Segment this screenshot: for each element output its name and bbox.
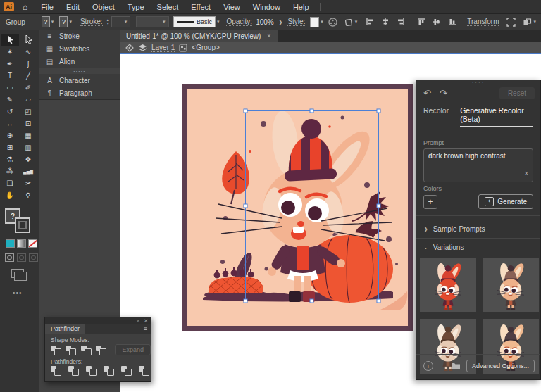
gradient-tool[interactable]: ▥ (19, 141, 37, 153)
brush-preview[interactable]: Basic (173, 16, 216, 27)
breadcrumb-group[interactable]: <Group> (192, 44, 219, 51)
paintbrush-tool[interactable]: ✐ (19, 82, 37, 94)
menu-type[interactable]: Type (121, 3, 151, 11)
align-vcenter-icon[interactable] (433, 18, 441, 26)
eraser-tool[interactable]: ▱ (19, 94, 37, 106)
variation-thumbnail-variation-2[interactable] (483, 258, 539, 312)
zoom-tool[interactable]: ⚲ (19, 189, 37, 201)
dock-item-swatches[interactable]: ▦Swatches (39, 42, 120, 55)
selection-tool[interactable] (1, 34, 19, 46)
advanced-options-button[interactable]: Advanced Options... (466, 360, 535, 372)
folder-icon[interactable] (451, 362, 461, 371)
document-tab[interactable]: Untitled-1* @ 100 % (CMYK/CPU Preview) × (120, 30, 278, 42)
width-tool[interactable]: ↔ (1, 118, 19, 129)
tab-close-icon[interactable]: × (267, 32, 270, 39)
gradient-swatch-button[interactable] (17, 239, 26, 248)
stroke-weight-dropdown[interactable]: ▾ (111, 16, 131, 27)
divide-button[interactable] (51, 366, 62, 375)
opacity-label[interactable]: Opacity: (226, 18, 252, 26)
magic-wand-tool[interactable]: ✶ (1, 46, 19, 58)
menu-object[interactable]: Object (86, 3, 121, 11)
crop-button[interactable] (104, 366, 115, 375)
brush-dropdown-icon[interactable]: ▾ (217, 19, 220, 25)
trim-button[interactable] (68, 366, 80, 375)
close-panel-icon[interactable]: ✕ (144, 318, 148, 324)
hand-tool[interactable]: ✋ (1, 189, 19, 201)
style-dropdown-icon[interactable]: ▾ (321, 19, 323, 25)
pencil-tool[interactable]: ✎ (1, 94, 19, 106)
prompt-input[interactable]: dark brown high contrast × (423, 148, 533, 182)
tab-recolor[interactable]: Recolor (423, 106, 449, 127)
column-graph-tool[interactable]: ▃▅▇ (19, 165, 37, 177)
direct-selection-tool[interactable] (19, 34, 37, 46)
rotate-tool[interactable]: ↺ (1, 106, 19, 118)
draw-normal-icon[interactable] (5, 253, 14, 262)
opacity-value[interactable]: 100% (256, 18, 274, 26)
align-bottom-icon[interactable] (448, 18, 456, 26)
free-transform-tool[interactable]: ⊡ (19, 118, 37, 129)
add-color-button[interactable]: + (423, 195, 437, 209)
curvature-tool[interactable]: ʃ (19, 58, 37, 70)
lasso-tool[interactable]: ∿ (19, 46, 37, 58)
pen-tool[interactable]: ✒ (1, 58, 19, 70)
dock-item-stroke[interactable]: ≡Stroke (39, 30, 120, 42)
type-tool[interactable]: T (1, 70, 19, 82)
stroke-stepper[interactable]: ▲▼ (106, 18, 110, 25)
redo-icon[interactable]: ↷ (440, 88, 447, 99)
dock-item-character[interactable]: ACharacter (39, 74, 120, 87)
merge-button[interactable] (86, 366, 97, 375)
variation-thumbnail-variation-1[interactable] (420, 258, 476, 312)
mesh-tool[interactable]: ⊞ (1, 141, 19, 153)
scale-tool[interactable]: ◰ (19, 106, 37, 118)
shape-builder-tool[interactable]: ⊕ (1, 129, 19, 141)
fill-swatch[interactable]: ? (42, 16, 50, 27)
draw-behind-icon[interactable] (17, 253, 26, 262)
minus-front-button[interactable] (66, 346, 74, 355)
perspective-grid-tool[interactable]: ▦ (19, 129, 37, 141)
align-top-icon[interactable] (417, 18, 425, 26)
transform-link[interactable]: Transform (467, 18, 499, 26)
collapse-panel-icon[interactable]: « (137, 318, 139, 323)
pathfinder-tab[interactable]: Pathfinder (45, 324, 85, 334)
style-swatch[interactable] (310, 17, 319, 27)
menu-help[interactable]: Help (287, 3, 316, 11)
draw-inside-icon[interactable] (29, 253, 38, 262)
stroke-indicator[interactable] (15, 217, 30, 233)
bounding-box-icon[interactable] (506, 18, 516, 27)
variations-section[interactable]: ⌄ Variations (416, 239, 540, 256)
rectangle-tool[interactable]: ▭ (1, 82, 19, 94)
opacity-expand-icon[interactable]: ❯ (278, 19, 283, 25)
intersect-button[interactable] (81, 346, 89, 355)
menu-view[interactable]: View (217, 3, 247, 11)
slice-tool[interactable]: ✂ (19, 177, 37, 189)
align-right-icon[interactable] (397, 18, 405, 26)
undo-icon[interactable]: ↶ (423, 88, 431, 99)
fill-dropdown-icon[interactable]: ▾ (51, 19, 54, 25)
screen-mode-icon[interactable] (11, 269, 24, 278)
reset-button[interactable]: Reset (499, 87, 535, 99)
blend-tool[interactable]: ❖ (19, 153, 37, 165)
sample-prompts-section[interactable]: ❯ Sample Prompts (416, 220, 540, 238)
breadcrumb-layer[interactable]: Layer 1 (151, 44, 175, 52)
menu-window[interactable]: Window (247, 3, 287, 11)
exclude-button[interactable] (96, 346, 104, 355)
eyedropper-tool[interactable]: ⚗ (1, 153, 19, 165)
align-left-icon[interactable] (366, 18, 374, 26)
home-icon[interactable]: ⌂ (23, 2, 27, 12)
style-label[interactable]: Style: (287, 18, 305, 26)
none-swatch-button[interactable] (28, 239, 37, 248)
line-segment-tool[interactable]: ╱ (19, 70, 37, 82)
outline-button[interactable] (121, 366, 132, 375)
exit-isolation-icon[interactable] (125, 44, 134, 52)
align-center-icon[interactable] (381, 18, 390, 26)
symbol-sprayer-tool[interactable]: ⁂ (1, 165, 19, 177)
prompt-clear-icon[interactable]: × (524, 170, 528, 177)
artboard-tool[interactable]: ❏ (1, 177, 19, 189)
dock-item-align[interactable]: ▤Align (39, 55, 120, 68)
dock-item-paragraph[interactable]: ¶Paragraph (39, 87, 120, 99)
generate-button[interactable]: ✦ Generate (478, 194, 533, 209)
artwork-illustration[interactable] (182, 84, 413, 331)
tab-generative-recolor-beta[interactable]: Generative Recolor (Beta) (460, 106, 533, 127)
unite-button[interactable] (51, 346, 59, 355)
menu-file[interactable]: File (35, 3, 60, 11)
